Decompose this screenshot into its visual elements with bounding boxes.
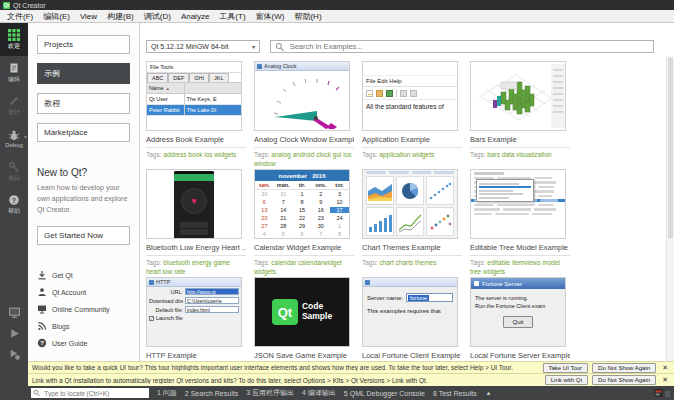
example-title: Bluetooth Low Energy Heart ... — [146, 243, 246, 256]
window-icon — [365, 280, 370, 285]
example-card-address-book[interactable]: File Tools ABCDEF GHIJKL Name▲ Qt User T… — [146, 61, 246, 162]
close-icon[interactable]: ✕ — [660, 376, 670, 384]
example-card-fortune-server[interactable]: Fortune Server The server is running. Ru… — [470, 277, 570, 361]
menu-help[interactable]: 帮助(H) — [289, 11, 326, 22]
debug-dropdown-caret-icon[interactable]: ▸ — [24, 133, 27, 139]
locator-field[interactable] — [31, 388, 149, 398]
take-ui-tour-button[interactable]: Take UI Tour — [543, 363, 589, 373]
kit-selector-button[interactable] — [0, 302, 28, 323]
notification-area: Would you like to take a quick UI tour? … — [28, 361, 674, 386]
pane-search-results[interactable]: 2 Search Results — [185, 390, 238, 397]
example-tags: Tags: bluetooth energy game heart low ra… — [146, 259, 246, 277]
pane-qml-debugger-console[interactable]: 5 QML Debugger Console — [344, 390, 425, 397]
link-qt-account[interactable]: Qt Account — [37, 287, 130, 297]
sidebar-item-tutorials[interactable]: 教程 — [37, 93, 130, 114]
vertical-scrollbar[interactable] — [666, 56, 674, 361]
example-tags: Tags: address book ios widgets — [146, 151, 246, 160]
run-button[interactable] — [0, 323, 28, 344]
menu-analyze[interactable]: Analyze — [176, 12, 214, 21]
link-blogs[interactable]: Blogs — [37, 321, 130, 331]
example-card-json-save-game[interactable]: Qt Code Sample JSON Save Game Example — [254, 277, 354, 361]
link-with-qt-button[interactable]: Link with Qt — [545, 375, 588, 385]
example-tags: Tags: editable itemviews model tree widg… — [470, 259, 570, 277]
save-file-icon — [386, 90, 393, 97]
mode-debug-label: Debug — [5, 142, 23, 148]
example-card-bars[interactable]: Bars Example Tags: bars data visualizati… — [470, 61, 570, 162]
analog-clock-thumbnail: Analog Clock — [254, 61, 350, 131]
pane-issues[interactable]: 1 问题 — [157, 388, 177, 398]
modebar-spacer — [0, 221, 28, 302]
menu-build[interactable]: 构建(B) — [102, 11, 139, 22]
bars-3d-chart-graphic — [471, 62, 565, 130]
thumb-menubar: File Tools — [147, 62, 241, 73]
json-thumbnail: Qt Code Sample — [254, 277, 350, 347]
example-card-fortune-client[interactable]: Server name: fortune This examples requi… — [362, 277, 462, 361]
tag-links[interactable]: bars data visualization — [487, 151, 551, 158]
example-card-bluetooth-heart[interactable]: ♥ Bluetooth Low Energy Heart ... Tags: b… — [146, 169, 246, 270]
tag-links[interactable]: chart charts themes — [379, 259, 436, 266]
examples-search-field[interactable] — [270, 40, 654, 53]
kit-version-dropdown[interactable]: Qt 5.12.12 MinGW 64-bit ▾ — [146, 40, 260, 53]
output-pane-toggle-icon[interactable]: ▴ — [487, 389, 491, 397]
sidebar-item-marketplace[interactable]: Marketplace — [37, 123, 130, 142]
example-tags: Tags: application widgets — [362, 151, 462, 160]
example-card-tree-model[interactable]: Editable Tree Model Example Tags: editab… — [470, 169, 570, 270]
mode-edit[interactable]: 编辑 — [0, 56, 28, 89]
menu-window[interactable]: 窗体(W) — [251, 11, 290, 22]
example-card-application[interactable]: File Edit Help All the standard features… — [362, 61, 462, 162]
thumb-text: All the standard features of — [363, 100, 457, 113]
link-get-qt[interactable]: Get Qt — [37, 270, 130, 280]
example-card-calendar[interactable]: november2016 søn.man. tir.ons. tor. 3031… — [254, 169, 354, 270]
address-book-thumbnail: File Tools ABCDEF GHIJKL Name▲ Qt User T… — [146, 61, 242, 131]
mode-help[interactable]: ? 帮助 — [0, 188, 28, 221]
calendar-week-row: 2021 2223 24 — [255, 214, 349, 222]
do-not-show-again-button[interactable]: Do Not Show Again — [592, 375, 656, 385]
clock-face-graphic — [255, 71, 349, 129]
application-thumbnail: File Edit Help All the standard features… — [362, 61, 458, 131]
link-user-guide[interactable]: ? User Guide — [37, 338, 130, 348]
search-input[interactable] — [288, 41, 649, 52]
link-user-guide-label: User Guide — [52, 340, 87, 347]
tag-links[interactable]: application widgets — [379, 151, 434, 158]
example-tags: Tags: calendar calendarwidget widgets — [254, 259, 354, 277]
sidebar-item-projects[interactable]: Projects — [37, 35, 130, 54]
example-title: Calendar Widget Example — [254, 243, 354, 256]
pane-compile-output[interactable]: 4 编译输出 — [302, 388, 336, 398]
get-started-button[interactable]: Get Started Now — [37, 226, 130, 245]
example-card-http[interactable]: HTTP URL: http://www.qt Download directo… — [146, 277, 246, 361]
window-icon — [149, 280, 154, 285]
sidebar-item-examples[interactable]: 示例 — [37, 63, 130, 84]
example-tags: Tags: analog android clock gui ios windo… — [254, 151, 354, 169]
example-title: JSON Save Game Example — [254, 351, 354, 361]
example-card-chart-themes[interactable]: Chart Themes Example Tags: chart charts … — [362, 169, 462, 270]
example-card-analog-clock[interactable]: Analog Clock — [254, 61, 354, 162]
debug-bug-icon — [8, 129, 20, 141]
mode-debug[interactable]: ▸ Debug — [0, 122, 28, 155]
title-bar: Qt Qt Creator — [0, 0, 674, 10]
thumb-window-title: Analog Clock — [255, 62, 349, 71]
calendar-week-row: 3031 12 3 — [255, 190, 349, 198]
menu-file[interactable]: 文件(F) — [2, 11, 38, 22]
calendar-header: november2016 — [255, 170, 349, 181]
menu-view[interactable]: View — [75, 12, 102, 21]
phone-mockup: ♥ — [174, 171, 214, 239]
link-online-community[interactable]: Online Community — [37, 304, 130, 314]
scrollbar-thumb[interactable] — [668, 58, 673, 238]
tag-links[interactable]: address book ios widgets — [163, 151, 236, 158]
pane-application-output[interactable]: 3 应用程序输出 — [246, 388, 294, 398]
close-icon[interactable]: ✕ — [660, 364, 670, 372]
menu-debug[interactable]: 调试(D) — [139, 11, 176, 22]
open-file-icon — [376, 90, 383, 97]
example-title: Bars Example — [470, 135, 570, 148]
do-not-show-again-button[interactable]: Do Not Show Again — [592, 363, 656, 373]
locator-input[interactable] — [42, 389, 147, 398]
fortune-server-thumbnail: Fortune Server The server is running. Ru… — [470, 277, 566, 347]
menu-edit[interactable]: 编辑(E) — [38, 11, 75, 22]
debug-run-icon — [8, 348, 21, 361]
calendar-thumbnail: november2016 søn.man. tir.ons. tor. 3031… — [254, 169, 350, 239]
mode-projects-label: 项目 — [8, 174, 20, 183]
menu-tools[interactable]: 工具(T) — [214, 11, 250, 22]
statusbar-right-icons — [654, 388, 670, 398]
pane-test-results[interactable]: 8 Test Results — [433, 390, 477, 397]
mode-welcome[interactable]: 欢迎 — [0, 23, 28, 56]
